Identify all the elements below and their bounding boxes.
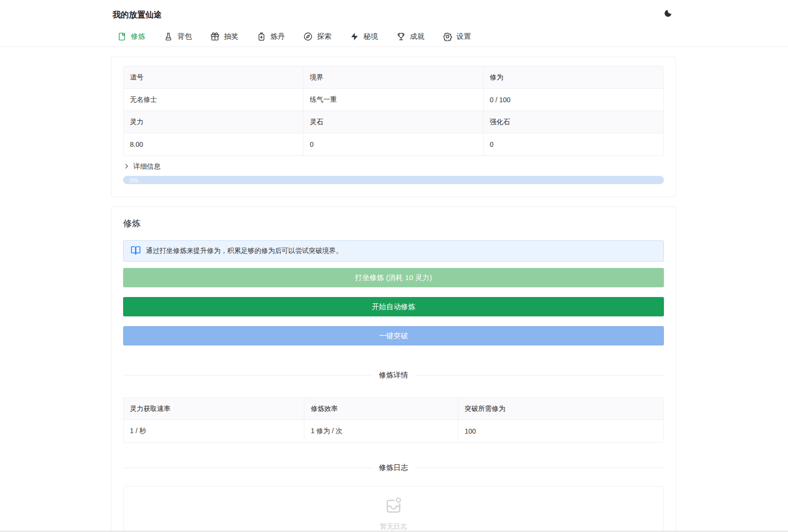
chevron-right-icon — [123, 163, 130, 171]
cultivation-progress-bar: 0% — [123, 176, 664, 184]
stat-value-realm: 练气一重 — [303, 89, 483, 111]
detail-header-efficiency: 修炼效率 — [304, 398, 458, 420]
tab-label: 抽奖 — [224, 32, 238, 41]
tab-label: 背包 — [177, 32, 192, 41]
stat-value-dao-name: 无名修士 — [124, 89, 303, 111]
tab-alchemy[interactable]: 炼丹 — [257, 29, 285, 44]
stats-card: 道号 境界 修为 无名修士 练气一重 0 / 100 灵力 灵石 强化石 8.0… — [111, 57, 676, 197]
progress-percent-label: 0% — [123, 177, 138, 184]
tab-label: 探索 — [317, 32, 331, 41]
tab-label: 成就 — [410, 32, 425, 41]
stat-value-enhance-stones: 0 — [484, 133, 663, 156]
lightning-icon — [350, 32, 359, 41]
theme-toggle-button[interactable] — [661, 7, 675, 21]
stats-table: 道号 境界 修为 无名修士 练气一重 0 / 100 灵力 灵石 强化石 8.0… — [123, 66, 664, 156]
cultivation-log-box: 暂无日志 — [123, 486, 664, 532]
tab-backpack[interactable]: 背包 — [164, 29, 192, 44]
detail-value-efficiency: 1 修为 / 次 — [304, 420, 458, 442]
table-row: 灵力 灵石 强化石 — [124, 111, 663, 133]
tab-settings[interactable]: 设置 — [443, 29, 471, 44]
book-icon — [117, 32, 126, 41]
stat-value-spirit-stones: 0 — [303, 133, 483, 156]
detail-value-spirit-rate: 1 / 秒 — [124, 420, 304, 442]
stat-header-enhance-stones: 强化石 — [484, 111, 663, 133]
flask-icon — [164, 32, 173, 41]
log-divider: 修炼日志 — [123, 463, 664, 472]
moon-icon — [663, 9, 673, 19]
stat-value-spirit-power: 8.00 — [124, 133, 303, 156]
stat-value-cultivation: 0 / 100 — [484, 89, 663, 111]
auto-cultivate-button[interactable]: 开始自动修炼 — [123, 297, 664, 316]
tab-achievements[interactable]: 成就 — [396, 29, 425, 44]
stat-header-cultivation: 修为 — [484, 66, 663, 89]
divider-label: 修炼详情 — [372, 371, 415, 380]
compass-icon — [303, 32, 313, 41]
info-alert-text: 通过打坐修炼来提升修为，积累足够的修为后可以尝试突破境界。 — [146, 247, 343, 255]
stat-header-realm: 境界 — [303, 66, 483, 89]
tab-label: 秘境 — [363, 32, 378, 41]
open-book-icon — [130, 245, 141, 257]
main-content: 道号 境界 修为 无名修士 练气一重 0 / 100 灵力 灵石 强化石 8.0… — [111, 57, 676, 532]
tab-secret-realm[interactable]: 秘境 — [350, 29, 378, 44]
table-row: 无名修士 练气一重 0 / 100 — [124, 89, 663, 111]
tab-label: 设置 — [457, 32, 471, 41]
info-alert: 通过打坐修炼来提升修为，积累足够的修为后可以尝试突破境界。 — [123, 240, 664, 262]
details-toggle-label: 详细信息 — [133, 162, 160, 171]
detail-header-spirit-rate: 灵力获取速率 — [124, 398, 304, 420]
meditate-button[interactable]: 打坐修炼 (消耗 10 灵力) — [123, 268, 664, 287]
stat-header-spirit-stones: 灵石 — [303, 111, 483, 133]
app-header: 我的放置仙途 修炼 背包 抽奖 炼丹 — [0, 0, 788, 47]
tab-label: 炼丹 — [270, 32, 285, 41]
tab-label: 修炼 — [131, 32, 145, 41]
tab-lottery[interactable]: 抽奖 — [210, 29, 238, 44]
table-row: 道号 境界 修为 — [124, 66, 663, 89]
log-empty-text: 暂无日志 — [380, 522, 407, 531]
detail-value-breakthrough-req: 100 — [458, 420, 663, 442]
tab-explore[interactable]: 探索 — [303, 29, 331, 44]
details-divider: 修炼详情 — [123, 371, 664, 380]
tab-cultivation[interactable]: 修炼 — [117, 29, 145, 44]
table-row: 1 / 秒 1 修为 / 次 100 — [124, 420, 663, 442]
divider-label: 修炼日志 — [372, 463, 415, 472]
detail-header-breakthrough-req: 突破所需修为 — [458, 398, 663, 420]
stat-header-dao-name: 道号 — [124, 66, 303, 89]
pill-bottle-icon — [257, 32, 266, 41]
cultivation-card: 修炼 通过打坐修炼来提升修为，积累足够的修为后可以尝试突破境界。 打坐修炼 (消… — [111, 206, 676, 532]
table-row: 8.00 0 0 — [124, 133, 663, 156]
gear-icon — [443, 32, 452, 41]
breakthrough-button[interactable]: 一键突破 — [123, 326, 664, 345]
empty-inbox-icon — [383, 494, 404, 517]
app-title: 我的放置仙途 — [112, 9, 162, 20]
trophy-icon — [396, 32, 406, 41]
details-collapse-toggle[interactable]: 详细信息 — [123, 162, 181, 171]
table-row: 灵力获取速率 修炼效率 突破所需修为 — [124, 398, 663, 420]
nav-tabs: 修炼 背包 抽奖 炼丹 探索 — [117, 29, 471, 44]
card-title: 修炼 — [123, 218, 664, 229]
cultivation-details-table: 灵力获取速率 修炼效率 突破所需修为 1 / 秒 1 修为 / 次 100 — [123, 397, 664, 443]
stat-header-spirit-power: 灵力 — [124, 111, 303, 133]
gift-icon — [210, 32, 220, 41]
